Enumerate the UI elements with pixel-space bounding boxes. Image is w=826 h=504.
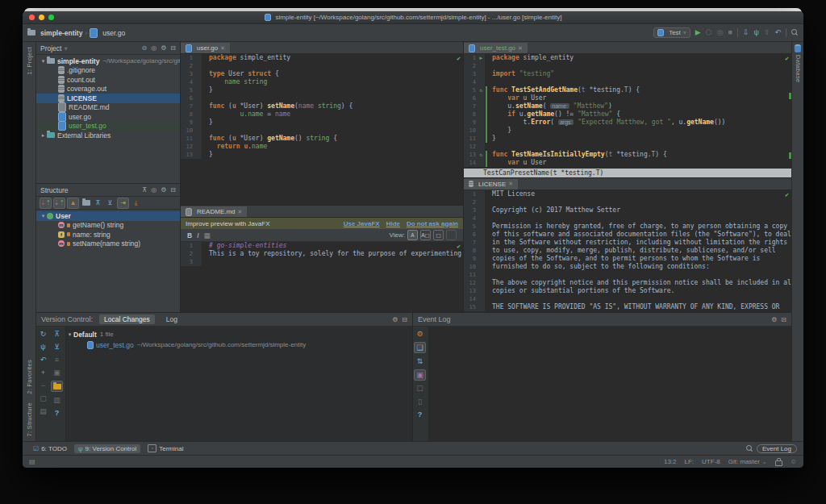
tab-user-go[interactable]: user.go✕ <box>181 43 231 53</box>
project-tree-item[interactable]: LICENSE <box>36 94 180 103</box>
rerun-test-icon[interactable]: ↻ <box>478 151 486 159</box>
expand-icon[interactable]: ⊼ <box>142 186 147 194</box>
event-log-button[interactable]: Event Log <box>757 444 797 453</box>
tool-stripe-favorites[interactable]: 2: Favorites <box>26 360 33 394</box>
expand-all-icon[interactable]: ⊼ <box>52 329 62 339</box>
tab-log[interactable]: Log <box>161 314 182 324</box>
gear-icon[interactable]: ⚙ <box>161 44 166 52</box>
show-details-icon[interactable]: ≡ <box>52 355 62 364</box>
editor-user-test-go[interactable]: ✔ 1▶package simple_entity23import "testi… <box>464 54 791 169</box>
locate-icon[interactable]: ◎ <box>151 186 156 194</box>
log-settings-icon[interactable]: ⚙ <box>415 329 425 339</box>
move-to-changelist-icon[interactable]: ▢ <box>38 394 48 403</box>
sort-alphabetically-icon[interactable]: ⇣⇡ <box>53 198 65 209</box>
group-by-directory-icon[interactable] <box>51 381 63 392</box>
copy-icon[interactable]: ▣ <box>52 368 62 377</box>
show-balloons-icon[interactable]: ❑ <box>414 342 426 353</box>
diff-icon[interactable]: ▤ <box>38 406 48 416</box>
close-icon[interactable]: ✕ <box>238 209 243 215</box>
tab-license[interactable]: LICENSE✕ <box>464 179 519 190</box>
readonly-lock-icon[interactable] <box>775 460 782 466</box>
do-not-ask-link[interactable]: Do not ask again <box>407 220 458 227</box>
project-tree-item[interactable]: user_test.go <box>36 122 180 131</box>
hide-panel-icon[interactable]: ⊟ <box>170 44 176 52</box>
editor-license[interactable]: ✔ 1MIT License23Copyright (c) 2017 Matth… <box>464 190 791 313</box>
help-icon[interactable]: ? <box>52 408 62 418</box>
table-icon[interactable]: ▦ <box>204 231 211 240</box>
bold-button[interactable]: B <box>187 231 192 240</box>
run-configuration-select[interactable]: Test ▾ <box>653 27 690 38</box>
tool-stripe-database[interactable]: Database <box>795 55 802 83</box>
close-icon[interactable]: ✕ <box>518 45 523 52</box>
hide-panel-icon[interactable]: ⊟ <box>170 186 176 194</box>
help-icon[interactable]: ? <box>415 410 425 419</box>
collapse-all-icon[interactable]: ⊖ <box>141 44 147 52</box>
collapse-all-icon[interactable]: ⊻ <box>105 198 115 208</box>
tree-toggle-icon[interactable]: ▸ <box>40 132 47 139</box>
use-javafx-link[interactable]: Use JavaFX <box>344 220 380 227</box>
locate-icon[interactable]: ◎ <box>151 44 156 52</box>
caret-position[interactable]: 13:2 <box>664 458 677 465</box>
revert-button[interactable]: ↶ <box>774 29 781 36</box>
expand-messages-icon[interactable]: ⇅ <box>415 356 425 366</box>
project-tree-item[interactable]: ▾simple-entity~/Workspace/golang/src/git… <box>36 56 180 66</box>
collapse-all-icon[interactable]: ⊻ <box>52 342 62 352</box>
project-tree-item[interactable]: count.out <box>36 75 180 85</box>
vcs-push-button[interactable]: ⇧ <box>764 29 770 36</box>
breadcrumb-project[interactable]: simple-entity <box>40 29 82 37</box>
chevron-down-icon[interactable]: ▾ <box>64 44 67 52</box>
structure-tree-item[interactable]: mgetName() string <box>36 221 180 231</box>
preview-only-view-icon[interactable]: ▢ <box>433 230 444 240</box>
tree-toggle-icon[interactable]: ▾ <box>40 58 47 65</box>
hector-inspections-icon[interactable]: ☺ <box>791 458 797 465</box>
project-tree-item[interactable]: coverage.out <box>36 85 180 94</box>
project-tree-item[interactable]: user.go <box>36 112 180 122</box>
editor-readme[interactable]: ✔ 1# go-simple-entities2This is a toy re… <box>181 242 463 312</box>
group-by-folder-icon[interactable] <box>81 198 91 208</box>
hide-panel-icon[interactable]: ⊟ <box>402 316 407 323</box>
structure-tree-item[interactable]: fname: string <box>36 230 180 240</box>
tool-stripe-structure[interactable]: 7: Structure <box>26 402 33 436</box>
select-message-icon[interactable]: ☐ <box>415 384 425 394</box>
tab-user-test-go[interactable]: user_test.go✕ <box>464 43 528 53</box>
tab-readme[interactable]: README.md✕ <box>181 206 248 217</box>
stop-button[interactable]: ■ <box>728 29 732 36</box>
remove-changelist-icon[interactable]: − <box>38 381 48 390</box>
close-icon[interactable]: ✕ <box>508 181 513 187</box>
show-methods-icon[interactable]: ▲ <box>67 198 79 209</box>
coverage-button[interactable]: ◎ <box>717 29 724 36</box>
project-panel-title[interactable]: Project <box>40 44 61 52</box>
search-icon[interactable] <box>746 445 753 452</box>
editor-only-view-icon[interactable]: A <box>407 230 418 240</box>
changed-file-row[interactable]: user_test.go ~/Workspace/golang/src/gith… <box>66 339 412 350</box>
hide-panel-icon[interactable]: ⊟ <box>781 316 786 323</box>
line-separator[interactable]: LF: <box>685 458 695 465</box>
tool-stripe-terminal[interactable]: › Terminal <box>144 444 187 453</box>
structure-tree-item[interactable]: msetName(name string) <box>36 240 180 249</box>
vcs-operations-button[interactable]: ψ <box>753 29 758 36</box>
rerun-test-icon[interactable]: ↻ <box>478 86 486 94</box>
autoscroll-preview-icon[interactable] <box>446 230 457 240</box>
tool-stripe-project[interactable]: 1: Project <box>26 47 33 75</box>
tool-stripe-version-control[interactable]: ψ 9: Version Control <box>74 444 140 453</box>
changelist-row[interactable]: ▾ Default 1 file <box>66 329 412 339</box>
project-tree-item[interactable]: .gitignore <box>36 66 180 76</box>
tool-stripe-todo[interactable]: ☑ 6: TODO <box>29 444 71 453</box>
commit-icon[interactable]: ψ <box>38 342 48 352</box>
editor-user-go[interactable]: ✔ 1package simple_entity23type User stru… <box>181 54 463 205</box>
gear-icon[interactable]: ⚙ <box>161 186 166 194</box>
split-view-icon[interactable]: A▢ <box>420 230 431 240</box>
structure-panel-title[interactable]: Structure <box>40 186 69 194</box>
sort-by-type-icon[interactable]: ⇣⇡ <box>40 198 52 209</box>
breadcrumb-file[interactable]: user.go <box>102 29 125 37</box>
search-everywhere-icon[interactable] <box>791 29 799 36</box>
tree-toggle-icon[interactable]: ▾ <box>40 213 47 219</box>
gear-icon[interactable]: ⚙ <box>392 316 398 323</box>
file-encoding[interactable]: UTF-8 <box>702 458 720 465</box>
git-branch[interactable]: Git: master ⌄ <box>728 458 767 465</box>
run-test-icon[interactable]: ▶ <box>478 54 486 62</box>
hide-link[interactable]: Hide <box>386 220 400 227</box>
autoscroll-to-source-icon[interactable]: ⇥ <box>117 198 129 209</box>
italic-button[interactable]: I <box>197 231 198 240</box>
close-icon[interactable]: ✕ <box>220 45 225 52</box>
